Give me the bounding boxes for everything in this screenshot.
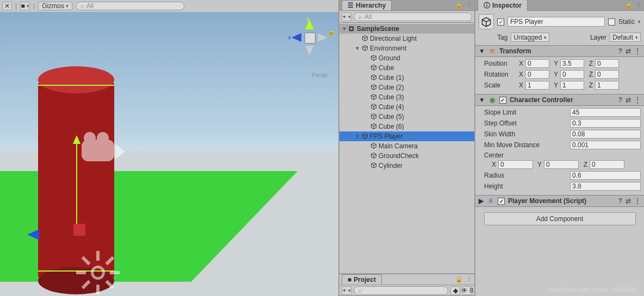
hierarchy-item[interactable]: Cube (6) [339, 122, 474, 131]
preset-icon[interactable]: ⇄ [626, 96, 631, 104]
hierarchy-item[interactable]: Ground [339, 53, 474, 63]
rotation-x[interactable] [525, 70, 549, 79]
position-x[interactable] [525, 59, 549, 68]
script-header[interactable]: ▶ # ✓ Player Movement (Script) ? ⇄ ⋮ [475, 195, 644, 207]
position-y[interactable] [560, 59, 584, 68]
orientation-gizmo[interactable]: y z [290, 18, 329, 56]
gameobject-icon[interactable] [479, 14, 494, 29]
static-dropdown[interactable]: ▾ [638, 19, 641, 24]
lock-icon[interactable]: 🔒 [327, 28, 335, 35]
fold-icon[interactable]: ▼ [355, 46, 360, 51]
hierarchy-item[interactable]: Directional Light [339, 34, 474, 43]
lock-icon[interactable]: 🔒 [625, 2, 633, 9]
hierarchy-item[interactable]: Cube (1) [339, 73, 474, 83]
height-field[interactable] [570, 182, 641, 191]
menu-icon[interactable]: ⋮ [636, 2, 642, 9]
move-gizmo-z[interactable] [22, 229, 39, 240]
charctrl-enable-checkbox[interactable]: ✓ [499, 97, 506, 104]
name-field[interactable] [507, 17, 605, 27]
fold-icon[interactable]: ▼ [479, 96, 485, 104]
create-button[interactable]: +▾ [342, 286, 351, 295]
charctrl-icon: ◉ [488, 96, 496, 104]
hierarchy-search[interactable]: ⌕All [354, 12, 472, 21]
hierarchy-item[interactable]: Cylinder [339, 161, 474, 171]
scale-x[interactable] [525, 81, 549, 90]
visibility-icon[interactable]: 👁8 [462, 286, 472, 295]
project-tab[interactable]: ■Project [342, 274, 382, 285]
hierarchy-item[interactable]: Cube (2) [339, 83, 474, 92]
scene-view[interactable]: ✕ | ■▾ | Gizmos▾ ⌕All y z 🔒 [0, 0, 339, 296]
menu-icon[interactable]: ⋮ [466, 276, 472, 283]
fold-icon[interactable]: ▶ [479, 197, 484, 205]
scene-root-label: SampleScene [357, 25, 399, 33]
transform-header[interactable]: ▼ ⤧ Transform ? ⇄ ⋮ [475, 45, 644, 57]
tools-icon[interactable]: ✕ [2, 2, 12, 10]
scale-y[interactable] [560, 81, 584, 90]
step-field[interactable] [570, 119, 641, 128]
item-label: Cube [379, 64, 394, 72]
lock-icon[interactable]: 🔒 [455, 2, 463, 9]
active-checkbox[interactable]: ✓ [497, 18, 504, 26]
preset-icon[interactable]: ⇄ [626, 197, 631, 205]
layer-dropdown[interactable]: Default▾ [610, 33, 641, 42]
position-z[interactable] [595, 59, 619, 68]
mmd-field[interactable] [570, 141, 641, 149]
fold-icon[interactable]: ▼ [342, 26, 347, 32]
fold-icon[interactable]: ▼ [355, 134, 360, 139]
move-gizmo-y[interactable] [76, 137, 77, 229]
help-icon[interactable]: ? [618, 96, 622, 104]
hierarchy-icon: ☰ [348, 2, 354, 9]
hierarchy-tree[interactable]: ▼ ⛋ SampleScene ⋮ Directional Light▼Envi… [339, 23, 474, 273]
move-gizmo-center[interactable] [73, 224, 85, 236]
fold-icon[interactable]: ▼ [479, 47, 485, 55]
scene-search[interactable]: ⌕All [76, 2, 184, 10]
add-component-button[interactable]: Add Component [484, 212, 636, 225]
hierarchy-item[interactable]: Cube (4) [339, 102, 474, 112]
charctrl-header[interactable]: ▼ ◉ ✓ Character Controller ? ⇄ ⋮ [475, 94, 644, 106]
center-y[interactable] [544, 160, 579, 169]
hierarchy-item[interactable]: GroundCheck [339, 151, 474, 161]
hierarchy-item[interactable]: Cube [339, 63, 474, 73]
help-icon[interactable]: ? [618, 47, 622, 55]
menu-icon[interactable]: ⋮ [634, 47, 641, 55]
scale-z[interactable] [595, 81, 619, 90]
inspector-tabrow: ⓘInspector 🔒⋮ [475, 0, 644, 11]
inspector-tab[interactable]: ⓘInspector [478, 0, 528, 11]
tag-dropdown[interactable]: Untagged▾ [511, 33, 549, 42]
slope-field[interactable] [570, 108, 641, 117]
hierarchy-item-selected[interactable]: ▼FPS Player [339, 131, 474, 141]
scene-viewport[interactable]: y z 🔒 Persp [0, 12, 338, 296]
item-label: Cube (5) [379, 113, 404, 121]
lock-icon[interactable]: 🔒 [455, 276, 463, 283]
camera-mode-icon[interactable]: ■▾ [20, 2, 30, 10]
skin-field[interactable] [570, 130, 641, 138]
hierarchy-item[interactable]: Cube (3) [339, 92, 474, 102]
hierarchy-item[interactable]: Cube (5) [339, 112, 474, 122]
project-search[interactable]: ⌕ [354, 286, 448, 295]
item-label: Environment [370, 45, 406, 52]
center-z[interactable] [590, 160, 624, 169]
persp-label[interactable]: Persp [312, 72, 327, 78]
menu-icon[interactable]: ⋮ [634, 197, 641, 205]
radius-field[interactable] [570, 171, 641, 180]
hierarchy-tab[interactable]: ☰Hierarchy [342, 0, 392, 10]
scene-root[interactable]: ▼ ⛋ SampleScene ⋮ [339, 24, 474, 34]
layer-value: Default [612, 34, 633, 41]
preset-icon[interactable]: ⇄ [626, 47, 631, 55]
filter-icon[interactable]: ◆ [450, 286, 460, 295]
help-icon[interactable]: ? [618, 197, 622, 205]
fps-player-object[interactable] [38, 66, 114, 294]
center-x[interactable] [498, 160, 533, 169]
hierarchy-item[interactable]: ▼Environment [339, 43, 474, 53]
rotation-y[interactable] [560, 70, 584, 79]
gizmos-dropdown[interactable]: Gizmos▾ [38, 2, 72, 10]
item-label: Cube (1) [379, 74, 404, 81]
static-checkbox[interactable] [608, 18, 615, 26]
center-label: Center [484, 152, 504, 159]
script-enable-checkbox[interactable]: ✓ [498, 198, 505, 205]
menu-icon[interactable]: ⋮ [634, 96, 641, 104]
menu-icon[interactable]: ⋮ [466, 2, 472, 9]
rotation-z[interactable] [595, 70, 619, 79]
create-button[interactable]: +▾ [342, 12, 351, 21]
hierarchy-item[interactable]: Main Camera [339, 141, 474, 151]
